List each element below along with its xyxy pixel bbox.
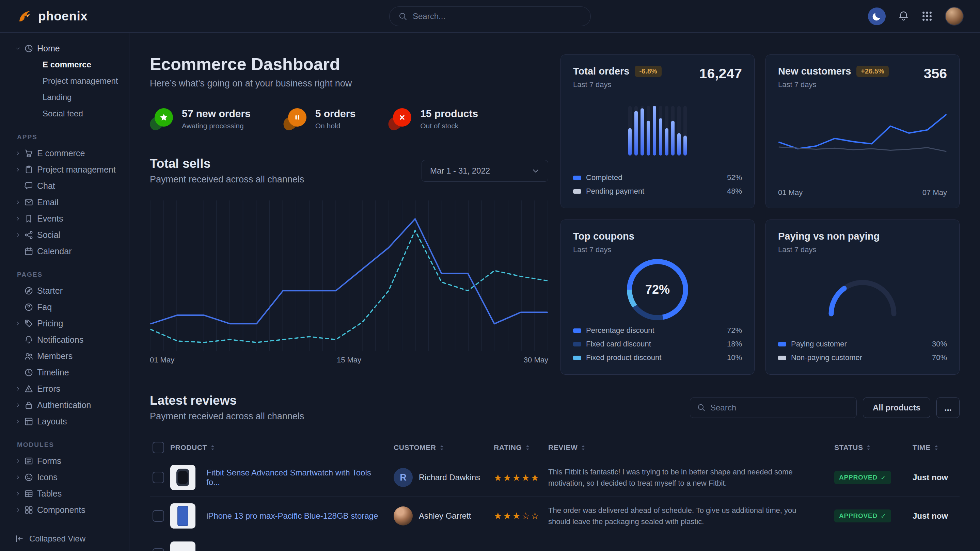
date-range-value: Mar 1 - 31, 2022 (430, 166, 490, 176)
sidebar-item[interactable]: E commerce (15, 145, 119, 161)
sidebar-item[interactable]: Starter (15, 283, 119, 299)
moon-icon (872, 11, 882, 21)
pie-chart-icon (24, 44, 33, 53)
sidebar-item[interactable]: Authentication (15, 397, 119, 413)
chevron-right-icon (15, 419, 21, 424)
stat-value: 15 products (420, 108, 478, 119)
sidebar-subitem[interactable]: Project management (15, 73, 119, 89)
row-checkbox[interactable] (153, 548, 164, 551)
sidebar-item-label: Project management (37, 165, 116, 175)
sidebar-item[interactable]: Forms (15, 453, 119, 469)
chevron-down-icon (531, 167, 540, 175)
sidebar-item[interactable]: Events (15, 210, 119, 227)
stat-circle (154, 108, 173, 127)
product-link[interactable]: Fitbit Sense Advanced Smartwatch with To… (206, 468, 383, 487)
global-search[interactable] (389, 6, 591, 26)
stat-value: 5 orders (315, 108, 355, 119)
sidebar-item[interactable]: Notifications (15, 332, 119, 348)
sidebar-item[interactable]: Members (15, 348, 119, 364)
stat-caption: On hold (315, 122, 355, 130)
home-subitems: E commerce Project management Landing So… (15, 57, 119, 122)
product-image (170, 503, 196, 529)
sidebar-item[interactable]: Calendar (15, 243, 119, 259)
sidebar-item[interactable]: Layouts (15, 413, 119, 429)
sidebar-item[interactable]: Pricing (15, 315, 119, 332)
stat-caption: Awating processing (182, 122, 251, 130)
sidebar-item-label: Home (37, 44, 60, 54)
all-products-button[interactable]: All products (863, 397, 930, 418)
sidebar-item-label: Tables (37, 489, 62, 499)
legend-label: Fixed card discount (586, 340, 651, 348)
column-header[interactable]: STATUS (834, 443, 913, 452)
sidebar-item-label: Faq (37, 302, 52, 312)
column-header[interactable]: TIME (913, 443, 959, 452)
row-checkbox[interactable] (153, 510, 164, 522)
search-icon (398, 12, 407, 21)
check-icon: ✓ (881, 512, 886, 520)
customer-name[interactable]: Richard Dawkins (419, 473, 480, 482)
check-icon: ✓ (881, 474, 886, 481)
column-header[interactable]: REVIEW (548, 443, 834, 452)
legend-value: 52% (727, 173, 742, 182)
total-sells-title: Total sells (150, 157, 304, 171)
sidebar-item[interactable]: Email (15, 194, 119, 210)
collapse-sidebar-button[interactable]: Collapsed View (0, 526, 129, 551)
sidebar-item-label: Starter (37, 286, 63, 296)
product-image (170, 541, 196, 551)
user-avatar[interactable] (945, 7, 964, 25)
paying-vs-nonpaying-card: Paying vs non paying Last 7 days Paying … (765, 219, 959, 375)
sidebar-subitem[interactable]: Landing (15, 89, 119, 105)
sidebar-item[interactable]: Social (15, 227, 119, 243)
sidebar-item-label: Landing (43, 92, 72, 102)
stat-caption: Out of stock (420, 122, 478, 130)
x-label: 01 May (778, 188, 803, 197)
top-navbar: phoenix (0, 0, 980, 33)
sidebar-item-label: Members (37, 351, 73, 361)
reviews-table: PRODUCT CUSTOMER RATING (150, 437, 959, 551)
sidebar-section-pages: PAGES Starter Faq (15, 271, 119, 429)
users-icon (24, 352, 33, 361)
apps-menu-button[interactable] (921, 11, 933, 22)
sidebar-item-label: Forms (37, 456, 61, 466)
sidebar-item[interactable]: Errors (15, 381, 119, 397)
sidebar-item-home[interactable]: Home (15, 40, 119, 57)
theme-toggle-button[interactable] (868, 8, 886, 25)
search-input[interactable] (413, 11, 582, 21)
legend-swatch (778, 342, 786, 346)
row-checkbox[interactable] (153, 472, 164, 483)
sidebar-item[interactable]: Tables (15, 485, 119, 502)
sidebar-item[interactable]: Faq (15, 299, 119, 315)
chevron-right-icon (15, 491, 21, 497)
sidebar-item[interactable]: Timeline (15, 364, 119, 381)
bookmark-icon (24, 214, 33, 223)
legend-label: Completed (586, 173, 622, 182)
question-icon (24, 303, 33, 312)
column-header[interactable]: PRODUCT (170, 443, 394, 452)
customer-name[interactable]: Ashley Garrett (419, 511, 471, 521)
select-all-checkbox[interactable] (153, 442, 164, 453)
sidebar-item[interactable]: Components (15, 502, 119, 518)
sidebar-item[interactable]: Icons (15, 469, 119, 485)
sidebar-subitem[interactable]: Social feed (15, 105, 119, 122)
compass-icon (24, 286, 33, 295)
reviews-search-input[interactable] (710, 403, 850, 413)
kpi-cards: Total orders -6.8% Last 7 days 16,247 (560, 54, 959, 375)
reviews-search[interactable] (690, 397, 857, 418)
sidebar-item-label: Social feed (43, 109, 83, 118)
sidebar-item[interactable]: Project management (15, 161, 119, 178)
page-title: Ecommerce Dashboard (150, 54, 548, 74)
product-image (170, 465, 196, 490)
notifications-button[interactable] (898, 11, 909, 22)
brand-logo[interactable]: phoenix (16, 8, 88, 24)
date-range-select[interactable]: Mar 1 - 31, 2022 (422, 160, 548, 182)
page-subtitle: Here’s what’s going on at your business … (150, 78, 548, 89)
more-options-button[interactable]: ... (936, 397, 959, 418)
sidebar-subitem[interactable]: E commerce (15, 57, 119, 73)
column-header[interactable]: RATING (494, 443, 548, 452)
chevron-right-icon (15, 458, 21, 464)
column-header[interactable]: CUSTOMER (394, 443, 494, 452)
sidebar-item[interactable]: Chat (15, 178, 119, 194)
legend-label: Paying customer (791, 340, 847, 348)
card-period: Last 7 days (778, 80, 889, 89)
product-link[interactable]: iPhone 13 pro max-Pacific Blue-128GB sto… (206, 511, 378, 521)
